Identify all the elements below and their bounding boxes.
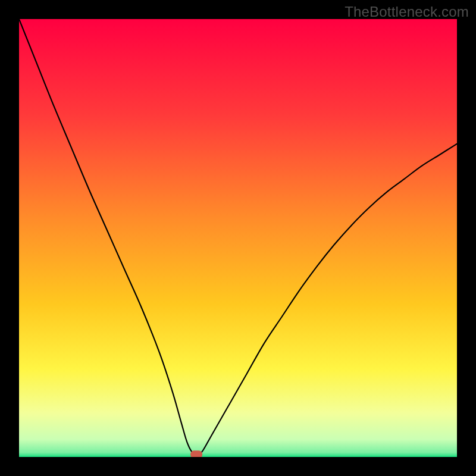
plot-area (19, 19, 457, 457)
optimal-point-marker (190, 450, 202, 457)
chart-frame: TheBottleneck.com (0, 0, 476, 476)
gradient-background (19, 19, 457, 457)
watermark-text: TheBottleneck.com (345, 4, 469, 20)
bottleneck-chart-svg (19, 19, 457, 457)
